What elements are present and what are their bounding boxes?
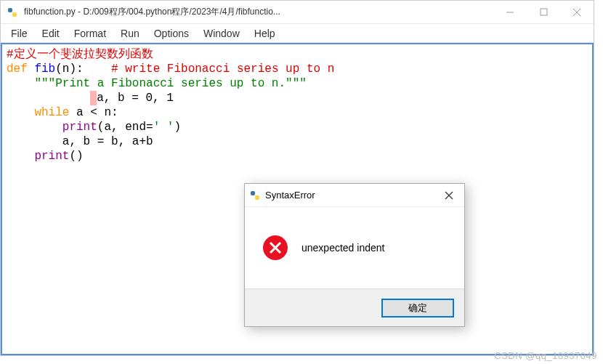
- code-comment: # write Fibonacci series up to n: [111, 62, 334, 76]
- window-title: fibfunction.py - D:/009程序/004.python程序/2…: [24, 6, 493, 18]
- watermark: CSDN @qq_18937049: [494, 350, 597, 361]
- titlebar: fibfunction.py - D:/009程序/004.python程序/2…: [1, 1, 594, 24]
- dialog-message: unexpected indent: [302, 242, 384, 254]
- dialog-titlebar: SyntaxError: [245, 184, 464, 207]
- error-highlight: [90, 91, 97, 105]
- svg-rect-3: [541, 9, 547, 15]
- code-keyword: while: [34, 106, 76, 119]
- menu-window[interactable]: Window: [196, 26, 247, 41]
- menu-edit[interactable]: Edit: [35, 26, 67, 41]
- syntax-error-dialog: SyntaxError unexpected indent 确定: [244, 183, 465, 327]
- svg-rect-7: [255, 195, 259, 200]
- code-docstring: """Print a Fibonacci series up to n.""": [34, 77, 306, 90]
- error-icon: [262, 235, 288, 261]
- svg-rect-6: [251, 191, 255, 195]
- ok-button[interactable]: 确定: [381, 299, 454, 318]
- code-keyword: def: [7, 62, 34, 76]
- code-comment: #定义一个斐波拉契数列函数: [7, 48, 153, 61]
- menu-file[interactable]: File: [4, 26, 35, 41]
- maximize-button[interactable]: [527, 1, 560, 24]
- menu-help[interactable]: Help: [247, 26, 283, 41]
- menubar: File Edit Format Run Options Window Help: [1, 24, 594, 43]
- code-funcname: fib: [34, 62, 55, 76]
- python-icon: [7, 7, 18, 18]
- minimize-button[interactable]: [493, 1, 527, 24]
- window-controls: [493, 1, 594, 24]
- python-icon: [249, 190, 261, 201]
- dialog-close-button[interactable]: [438, 185, 460, 206]
- svg-rect-1: [12, 12, 17, 17]
- menu-format[interactable]: Format: [67, 26, 113, 41]
- svg-rect-0: [8, 8, 12, 12]
- menu-options[interactable]: Options: [147, 26, 196, 41]
- dialog-body: unexpected indent: [245, 207, 464, 288]
- menu-run[interactable]: Run: [113, 26, 147, 41]
- code-builtin: print: [62, 121, 97, 134]
- code-builtin: print: [34, 150, 69, 163]
- dialog-footer: 确定: [245, 288, 464, 326]
- close-button[interactable]: [560, 1, 594, 24]
- dialog-title: SyntaxError: [265, 190, 438, 201]
